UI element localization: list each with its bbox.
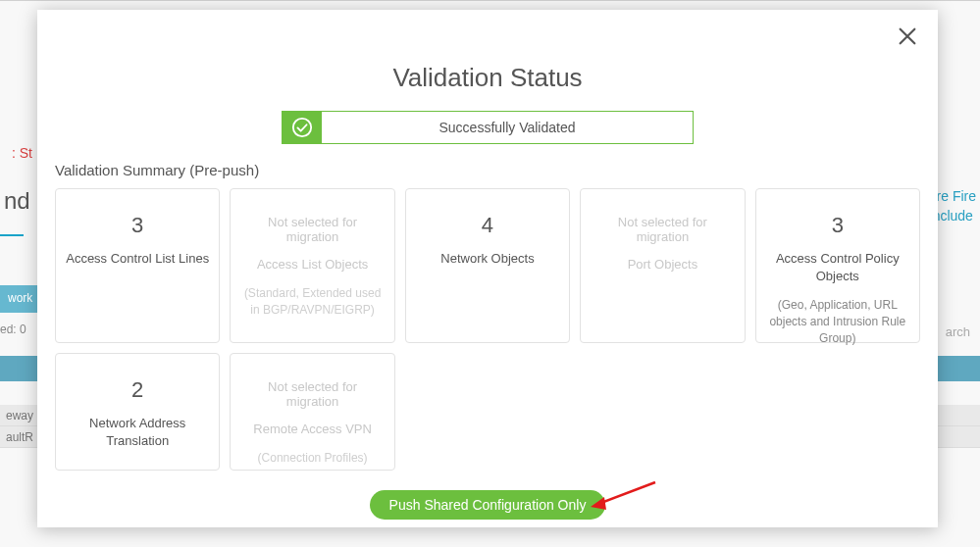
card-count: 3 — [131, 213, 143, 238]
bg-selected-count: ed: 0 — [0, 323, 26, 336]
card-count: 4 — [482, 213, 493, 238]
card-label: Port Objects — [628, 256, 698, 274]
validation-status-bar: Successfully Validated — [282, 111, 694, 144]
card-acl-lines: 3 Access Control List Lines — [55, 188, 220, 343]
card-label: Network Address Translation — [66, 415, 209, 450]
card-not-selected: Not selected for migration — [240, 379, 384, 409]
bg-heading-fragment: nd — [0, 187, 34, 215]
validation-status-text: Successfully Validated — [322, 112, 693, 143]
check-circle-icon — [291, 117, 313, 138]
card-not-selected: Not selected for migration — [591, 215, 734, 244]
card-empty — [405, 353, 570, 471]
summary-card-grid-row1: 3 Access Control List Lines Not selected… — [55, 188, 920, 343]
card-nat: 2 Network Address Translation — [55, 353, 220, 471]
bg-network-tab: work — [0, 285, 40, 313]
card-empty — [580, 353, 745, 471]
bg-search-fragment: arch — [946, 324, 970, 339]
push-button-row: Push Shared Configuration Only — [55, 490, 920, 520]
card-label: Remote Access VPN — [253, 421, 372, 438]
summary-label: Validation Summary (Pre-push) — [55, 162, 920, 178]
summary-card-grid-row2: 2 Network Address Translation Not select… — [55, 353, 920, 471]
card-remote-access-vpn: Not selected for migration Remote Access… — [230, 353, 394, 471]
close-button[interactable] — [893, 22, 922, 51]
card-network-objects: 4 Network Objects — [405, 188, 570, 343]
card-count: 2 — [131, 377, 143, 403]
bg-heading-underline — [0, 234, 24, 236]
card-label: Access Control Policy Objects — [766, 250, 909, 285]
bg-status-fragment: : St — [12, 145, 32, 161]
card-count: 3 — [832, 213, 844, 238]
success-icon-box — [283, 112, 322, 143]
card-sublabel: (Geo, Application, URL objects and Intru… — [766, 297, 909, 346]
card-access-control-policy-objects: 3 Access Control Policy Objects (Geo, Ap… — [755, 188, 920, 343]
card-sublabel: (Connection Profiles) — [258, 450, 368, 467]
card-sublabel: (Standard, Extended used in BGP/RAVPN/EI… — [240, 285, 384, 319]
validation-status-modal: Validation Status Successfully Validated… — [37, 10, 938, 527]
card-not-selected: Not selected for migration — [240, 215, 384, 244]
card-label: Access Control List Lines — [66, 250, 209, 268]
modal-title: Validation Status — [55, 63, 920, 93]
card-label: Access List Objects — [257, 256, 368, 274]
card-port-objects: Not selected for migration Port Objects — [580, 188, 745, 343]
svg-point-0 — [293, 119, 311, 136]
card-access-list-objects: Not selected for migration Access List O… — [230, 188, 394, 343]
card-empty — [755, 353, 920, 471]
card-label: Network Objects — [440, 250, 534, 268]
close-icon — [897, 25, 918, 47]
push-shared-config-button[interactable]: Push Shared Configuration Only — [370, 490, 606, 520]
